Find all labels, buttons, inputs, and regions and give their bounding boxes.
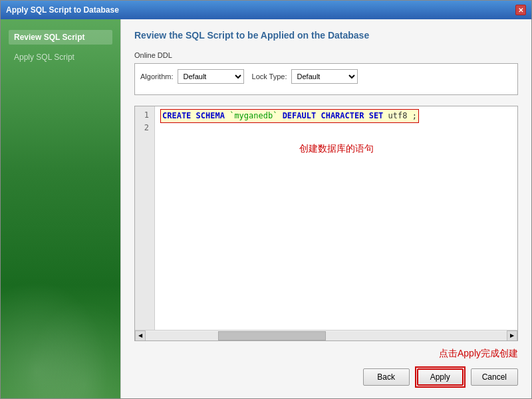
sidebar: Review SQL Script Apply SQL Script: [1, 19, 120, 398]
code-area[interactable]: CREATE SCHEMA `myganedb` DEFAULT CHARACT…: [155, 106, 517, 330]
window-title: Apply SQL Script to Database: [6, 5, 119, 15]
lock-type-group: Lock Type: Default None Shared Exclusive: [252, 69, 358, 84]
apply-button[interactable]: Apply: [417, 368, 464, 386]
page-title: Review the SQL Script to be Applied on t…: [134, 30, 518, 41]
lock-type-label: Lock Type:: [252, 72, 287, 80]
line-number-1: 1: [140, 109, 149, 122]
algorithm-select[interactable]: Default Inplace Copy: [178, 69, 244, 84]
title-bar: Apply SQL Script to Database ✕: [1, 1, 531, 19]
apply-annotation: 点击Apply完成创建: [134, 348, 518, 360]
main-layout: Review SQL Script Apply SQL Script Revie…: [1, 19, 531, 398]
content-area: Review the SQL Script to be Applied on t…: [120, 19, 531, 398]
sql-annotation: 创建数据库的语句: [160, 141, 512, 156]
scroll-thumb[interactable]: [218, 331, 327, 340]
line-numbers: 1 2: [135, 106, 155, 330]
sql-line-2: [160, 123, 512, 136]
algorithm-label: Algorithm:: [140, 72, 174, 80]
sql-highlighted-code: CREATE SCHEMA `myganedb` DEFAULT CHARACT…: [160, 109, 419, 123]
editor-inner: 1 2 CREATE SCHEMA `myganedb` DEFAULT CHA…: [135, 106, 517, 330]
scroll-right-button[interactable]: ▶: [507, 331, 517, 341]
ddl-controls: Algorithm: Default Inplace Copy Lock Typ…: [140, 69, 512, 84]
algorithm-group: Algorithm: Default Inplace Copy: [140, 69, 244, 84]
scroll-left-button[interactable]: ◀: [135, 331, 146, 341]
button-row: Back Apply Cancel: [134, 366, 518, 388]
scroll-track[interactable]: [146, 331, 507, 340]
title-bar-buttons: ✕: [515, 5, 526, 15]
horizontal-scrollbar[interactable]: ◀ ▶: [135, 330, 517, 340]
cancel-button[interactable]: Cancel: [471, 368, 518, 386]
ddl-section-label: Online DDL: [134, 51, 518, 59]
ddl-section: Online DDL Algorithm: Default Inplace Co…: [134, 51, 518, 100]
back-button[interactable]: Back: [363, 368, 410, 386]
apply-button-wrapper: Apply: [415, 366, 466, 388]
line-number-2: 2: [140, 122, 149, 134]
close-button[interactable]: ✕: [515, 5, 526, 15]
lock-type-select[interactable]: Default None Shared Exclusive: [291, 69, 358, 84]
sql-line-1: CREATE SCHEMA `myganedb` DEFAULT CHARACT…: [160, 109, 512, 123]
sidebar-item-apply-sql[interactable]: Apply SQL Script: [9, 50, 112, 65]
main-window: Apply SQL Script to Database ✕ Review SQ…: [0, 0, 532, 399]
ddl-controls-box: Algorithm: Default Inplace Copy Lock Typ…: [134, 63, 518, 95]
sql-editor: 1 2 CREATE SCHEMA `myganedb` DEFAULT CHA…: [134, 106, 518, 341]
sidebar-item-review-sql[interactable]: Review SQL Script: [9, 30, 112, 45]
